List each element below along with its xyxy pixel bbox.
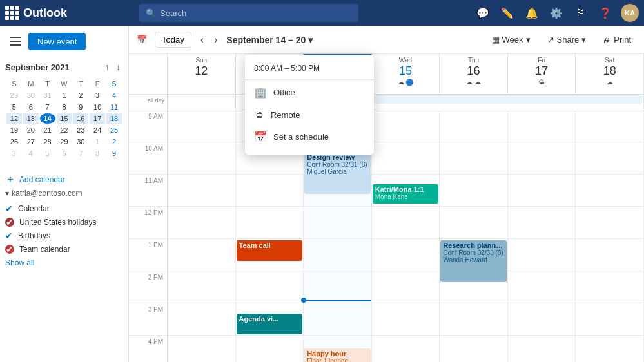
mini-cal-day-today[interactable]: 14: [40, 113, 55, 124]
prev-week-button[interactable]: ‹: [197, 33, 208, 47]
help-icon[interactable]: ❓: [596, 4, 614, 22]
search-bar[interactable]: 🔍 Search: [139, 4, 358, 22]
sidebar-top: New event: [0, 26, 128, 57]
time-label: 2 PM: [129, 271, 168, 303]
mini-cal-day[interactable]: 2: [106, 137, 122, 147]
mini-cal-day[interactable]: 12: [6, 113, 22, 124]
avatar[interactable]: KA: [621, 4, 639, 22]
today-button[interactable]: Today: [155, 32, 191, 48]
mini-cal-day[interactable]: 23: [73, 125, 88, 135]
calendar-event[interactable]: Research planning Conf Room 32/33 (8) Wa…: [440, 240, 507, 282]
mini-cal-day[interactable]: 26: [6, 137, 22, 147]
new-event-button[interactable]: New event: [28, 33, 86, 50]
popup-office[interactable]: 🏢 Office: [245, 81, 374, 104]
mini-cal-day[interactable]: 27: [23, 137, 39, 147]
grid-cell: [372, 271, 440, 303]
mini-cal-day[interactable]: 8: [90, 148, 105, 158]
calendar-item-birthdays[interactable]: ✔ Birthdays: [5, 229, 123, 243]
calendar-event[interactable]: Agenda vi...: [237, 314, 303, 334]
calendar-item-team[interactable]: ✔ Team calendar: [5, 243, 123, 256]
day-header-fri: Fri 17 🌤: [508, 54, 576, 94]
bell-icon[interactable]: 🔔: [523, 4, 541, 22]
calendar-event[interactable]: Design review Conf Room 32/31 (8) Miguel…: [304, 152, 371, 194]
mini-cal-day[interactable]: 16: [73, 113, 88, 124]
popup-remote[interactable]: 🖥 Remote: [245, 104, 374, 126]
mini-cal-day[interactable]: 11: [106, 102, 122, 112]
popup-schedule[interactable]: 📅 Set a schedule: [245, 126, 374, 148]
calendar-event[interactable]: Team call: [237, 240, 303, 261]
mini-cal-day[interactable]: 4: [106, 90, 122, 100]
account-section-header[interactable]: ▾ katria@contoso.com: [5, 189, 123, 198]
mini-cal-day[interactable]: 7: [73, 148, 88, 158]
mini-cal-day[interactable]: 30: [73, 137, 88, 147]
grid-cell: [508, 271, 576, 303]
add-calendar-button[interactable]: ＋ Add calendar: [5, 170, 123, 189]
print-button[interactable]: 🖨 Print: [598, 32, 636, 47]
mini-cal-day[interactable]: 4: [23, 148, 39, 158]
mini-cal-day[interactable]: 29: [57, 137, 72, 147]
grid-cell: [236, 336, 304, 362]
mini-cal-day[interactable]: 3: [90, 90, 105, 100]
grid-cell: [508, 110, 576, 142]
mini-cal-day[interactable]: 9: [106, 148, 122, 158]
sidebar: New event September 2021 ↑ ↓ S M T W: [0, 26, 129, 362]
mini-cal-day[interactable]: 31: [40, 90, 55, 100]
settings-icon[interactable]: ⚙️: [547, 4, 565, 22]
flag-icon[interactable]: 🏳: [572, 4, 590, 22]
top-bar: Outlook 🔍 Search 💬 ✏️ 🔔 ⚙️ 🏳 ❓ KA: [0, 0, 644, 26]
grid-cell: [168, 207, 235, 239]
dow-sat: S: [106, 79, 122, 89]
office-icon: 🏢: [254, 86, 267, 99]
week-chevron-icon: ▾: [526, 35, 531, 44]
mini-cal-day[interactable]: 1: [57, 90, 72, 100]
mini-cal-day[interactable]: 9: [73, 102, 88, 112]
mini-cal-day[interactable]: 13: [23, 113, 39, 124]
hamburger-menu[interactable]: [5, 31, 26, 52]
day-header-wed: Wed 15 ☁ 🔵: [372, 54, 440, 94]
cal-item-name: Team calendar: [19, 245, 70, 254]
chat-icon[interactable]: 💬: [474, 4, 492, 22]
mini-cal-day[interactable]: 15: [57, 113, 72, 124]
mini-cal-day[interactable]: 19: [6, 125, 22, 135]
share-button[interactable]: ↗ Share ▾: [542, 32, 592, 47]
mini-cal-day[interactable]: 10: [90, 102, 105, 112]
mini-cal-day[interactable]: 6: [23, 102, 39, 112]
dow-thu: T: [73, 79, 88, 89]
cal-item-name: Calendar: [18, 204, 50, 213]
mini-cal-prev[interactable]: ↑: [102, 61, 112, 73]
tasks-icon[interactable]: ✏️: [498, 4, 516, 22]
calendar-item-holidays[interactable]: ✔ United States holidays: [5, 216, 123, 229]
mini-cal-day[interactable]: 21: [40, 125, 55, 135]
mini-cal-day[interactable]: 6: [57, 148, 72, 158]
next-week-button[interactable]: ›: [210, 33, 221, 47]
mini-cal-day[interactable]: 1: [90, 137, 105, 147]
mini-cal-day[interactable]: 30: [23, 90, 39, 100]
chevron-icon: ▾: [5, 189, 9, 198]
mini-cal-day[interactable]: 2: [73, 90, 88, 100]
mini-cal-next[interactable]: ↓: [113, 61, 123, 73]
calendar-event[interactable]: Katri/Mona 1:1 Mona Kane: [373, 184, 439, 204]
mini-cal-day[interactable]: 29: [6, 90, 22, 100]
grid-cell: [440, 336, 507, 362]
grid-cell: [440, 110, 507, 142]
mini-cal-day[interactable]: 22: [57, 125, 72, 135]
grid-container: 9 AM10 AM11 AM12 PM1 PM2 PM3 PM4 PM5 PM6…: [129, 110, 644, 362]
show-all-button[interactable]: Show all: [5, 256, 123, 270]
grid-cell: [304, 207, 371, 239]
mini-cal-day[interactable]: 24: [90, 125, 105, 135]
mini-cal-day[interactable]: 28: [40, 137, 55, 147]
mini-cal-day[interactable]: 5: [6, 102, 22, 112]
mini-cal-day[interactable]: 7: [40, 102, 55, 112]
calendar-event[interactable]: Happy hour Floor 1 lounge Cecil Folk: [304, 348, 371, 362]
mini-cal-day[interactable]: 18: [106, 113, 122, 124]
date-range[interactable]: September 14 – 20 ▾: [226, 35, 313, 45]
waffle-icon[interactable]: [5, 6, 19, 20]
calendar-item-calendar[interactable]: ✔ Calendar: [5, 202, 123, 216]
mini-cal-day[interactable]: 25: [106, 125, 122, 135]
week-view-button[interactable]: ▦ Week ▾: [487, 32, 536, 47]
mini-cal-day[interactable]: 5: [40, 148, 55, 158]
mini-cal-day[interactable]: 20: [23, 125, 39, 135]
mini-cal-day[interactable]: 17: [90, 113, 105, 124]
mini-cal-day[interactable]: 8: [57, 102, 72, 112]
mini-cal-day[interactable]: 3: [6, 148, 22, 158]
